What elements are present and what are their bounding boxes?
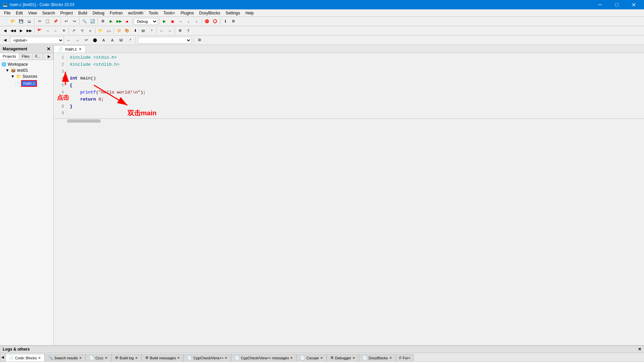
settings-btn3[interactable]: ⚙ [176,27,184,35]
tab-cscope-close[interactable]: ✕ [320,356,323,360]
hscroll-thumb[interactable] [67,119,101,123]
maximize-button[interactable]: □ [609,0,625,9]
regex-btn[interactable]: .* [148,27,155,35]
save-button[interactable]: 💾 [17,18,25,25]
nav-fwd-button[interactable]: ▶ [17,27,25,35]
bottom-tab-doxyblocks[interactable]: 📄 DoxyBlocks ✕ [359,354,395,361]
build-button[interactable]: ⚙ [99,18,107,25]
menu-toolsplus[interactable]: Tools+ [161,10,178,16]
tab-doxyblocks-close[interactable]: ✕ [389,356,392,360]
editor-hscroll[interactable] [54,118,644,123]
menu-wxsmith[interactable]: wxSmith [125,10,146,16]
build-type-select[interactable]: Debug Release [134,18,158,25]
tab-cppcheck-close[interactable]: ✕ [225,356,227,360]
tab-buildmsg-close[interactable]: ✕ [177,356,180,360]
menu-settings[interactable]: Settings [223,10,243,16]
bottom-panel-close-btn[interactable]: ✕ [638,347,641,352]
scope-size-btn[interactable]: A [109,37,116,44]
editor-content[interactable]: 12345 6789 #include <stdio.h> #include <… [54,53,644,118]
menu-tools[interactable]: Tools [146,10,161,16]
scope-prev-btn[interactable]: ◀ [1,37,9,44]
comment-btn[interactable]: /* [70,27,78,35]
scope-global-select[interactable]: <global> [10,37,64,44]
menu-build[interactable]: Build [75,10,90,16]
debug-run-button[interactable]: ▶ [161,18,168,25]
stop-button[interactable]: ■ [123,18,131,25]
scope-regex-btn2[interactable]: .* [126,37,133,44]
scope-nav-back-btn[interactable]: ← [65,37,72,44]
jump-back-btn2[interactable]: ← [158,27,165,35]
tabs-scroll-left-btn[interactable]: ◀ [0,353,5,361]
clear-bp-button[interactable]: ⭕ [211,18,219,25]
bottom-tab-cppcheck[interactable]: 📄 CppCheck/Vera++ ✕ [183,354,231,361]
scope-highlight-btn[interactable]: ⬤ [91,37,99,44]
bottom-tab-search[interactable]: 🔍 Search results ✕ [45,354,86,361]
bookmark-clear-btn[interactable]: ✕ [60,27,67,35]
bottom-tab-cccc[interactable]: 📄 Cccc ✕ [86,354,111,361]
tab-cccc-close[interactable]: ✕ [105,356,108,360]
highlight-btn[interactable]: 🔆 [115,27,123,35]
sidebar-tab-expand[interactable]: ▶ [45,53,53,60]
bookmark-prev-btn[interactable]: ← [52,27,59,35]
run-button[interactable]: ▶ [107,18,115,25]
docs-btn[interactable]: 📖 [105,27,112,35]
find-word-btn[interactable]: W [140,27,147,35]
help-btn2[interactable]: ? [184,27,192,35]
build-run-button[interactable]: ▶▶ [115,18,123,25]
nav-fwd2-button[interactable]: ▶▶ [25,27,33,35]
uncomment-btn[interactable]: */ [78,27,86,35]
nav-back-button[interactable]: ◀ [1,27,9,35]
scope-word-btn[interactable]: W [117,37,125,44]
tab-buildlog-close[interactable]: ✕ [135,356,138,360]
tree-workspace[interactable]: 🌐 Workspace [0,61,53,67]
menu-project[interactable]: Project [58,10,75,16]
cut-button[interactable]: ✂ [36,18,43,25]
minimize-button[interactable]: ─ [592,0,608,9]
menu-debug[interactable]: Debug [90,10,107,16]
copy-button[interactable]: 📋 [44,18,51,25]
save-all-button[interactable]: 🗂 [25,18,33,25]
tab-debugger-close[interactable]: ✕ [353,356,355,360]
find-button[interactable]: 🔍 [81,18,88,25]
settings-btn2[interactable]: ⚙ [230,18,237,25]
new-button[interactable]: 📄 [1,18,9,25]
sidebar-tab-files[interactable]: Files [19,53,33,60]
replace-button[interactable]: 🔄 [89,18,96,25]
find-next-btn[interactable]: ⬇ [131,27,139,35]
tab-codeblocks-close[interactable]: ✕ [38,356,41,360]
bottom-tab-debugger[interactable]: ⚙ Debugger ✕ [327,354,359,361]
debug-next-button[interactable]: → [177,18,184,25]
menu-fortran[interactable]: Fortran [107,10,125,16]
menu-view[interactable]: View [25,10,40,16]
tree-mainc[interactable]: 📄 main.c [0,79,53,87]
menu-file[interactable]: File [1,10,13,16]
menu-plugins[interactable]: Plugins [178,10,196,16]
tab-cppcheck-msg-close[interactable]: ✕ [290,356,293,360]
sidebar-tab-projects[interactable]: Projects [0,53,19,60]
paste-button[interactable]: 📌 [52,18,59,25]
info-button[interactable]: ℹ [222,18,229,25]
bottom-tab-codeblocks[interactable]: 📄 Code::Blocks ✕ [5,354,45,361]
redo-button[interactable]: ↪ [70,18,78,25]
sidebar-tab-f[interactable]: F... [33,53,43,60]
bottom-tab-for[interactable]: F For+ [396,354,414,361]
bottom-tab-buildlog[interactable]: ⚙ Build log ✕ [111,354,142,361]
close-button[interactable]: ✕ [626,0,641,9]
tree-sources[interactable]: ▼ 📁 Sources [0,73,53,79]
debug-stepout-button[interactable]: ↑ [193,18,200,25]
menu-help[interactable]: Help [243,10,257,16]
scope-jump-btn[interactable]: ↩ [83,37,90,44]
match-btn[interactable]: < [87,27,94,35]
bottom-tab-buildmsg[interactable]: ⚙ Build messages ✕ [142,354,184,361]
bottom-tab-cscope[interactable]: 📄 Cscope ✕ [297,354,326,361]
bottom-tab-cppcheck-msg[interactable]: 📄 CppCheck/Vera++ messages ✕ [231,354,297,361]
menu-search[interactable]: Search [40,10,58,16]
bookmark-next-btn[interactable]: → [44,27,51,35]
scope-settings-btn[interactable]: ⚙ [196,37,203,44]
undo-button[interactable]: ↩ [62,18,70,25]
nav-back2-button[interactable]: ◀◀ [9,27,17,35]
editor-tab-mainc[interactable]: 📄 main.c ✕ [54,45,86,53]
jump-fwd-btn2[interactable]: → [166,27,173,35]
bookmark-btn[interactable]: 🚩 [36,27,43,35]
code-area[interactable]: #include <stdio.h> #include <stdlib.h> i… [67,53,644,118]
